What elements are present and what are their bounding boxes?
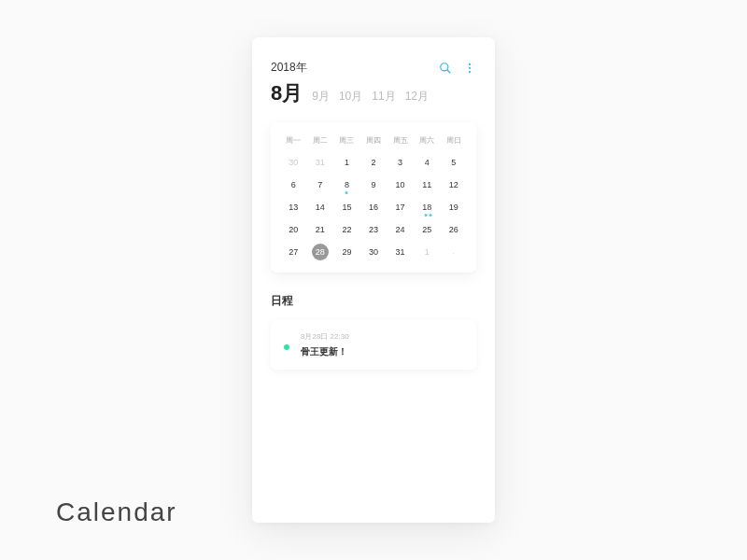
date-cell[interactable]: 27: [280, 241, 307, 263]
event-indicator-icon: [284, 344, 289, 350]
svg-point-3: [469, 66, 471, 68]
date-cell[interactable]: 26: [440, 218, 467, 241]
date-cell[interactable]: 23: [360, 218, 388, 241]
date-cell[interactable]: 18: [414, 196, 441, 218]
date-cell[interactable]: 1: [414, 241, 441, 263]
date-cell[interactable]: 24: [387, 218, 414, 241]
date-cell[interactable]: 5: [440, 151, 467, 174]
weekday-label: 周三: [333, 135, 360, 146]
date-cell[interactable]: 1: [333, 151, 360, 174]
date-cell[interactable]: 8: [333, 174, 360, 196]
month-picker: 8月 9月 10月 11月 12月: [271, 79, 476, 107]
date-cell[interactable]: 30: [280, 151, 307, 174]
date-cell[interactable]: 14: [307, 196, 334, 218]
date-cell[interactable]: 28: [312, 244, 329, 260]
date-cell[interactable]: 17: [387, 196, 414, 218]
svg-point-2: [469, 63, 471, 64]
month-option[interactable]: 9月: [312, 89, 330, 105]
svg-line-1: [447, 69, 451, 73]
weekday-label: 周四: [360, 135, 388, 146]
weekday-label: 周日: [440, 135, 467, 146]
date-cell[interactable]: 19: [440, 196, 467, 218]
event-body: 8月28日 22:30 骨王更新！: [301, 331, 463, 358]
date-cell[interactable]: 20: [280, 218, 307, 241]
date-cell[interactable]: 16: [360, 196, 388, 218]
weekday-label: 周六: [414, 135, 441, 146]
date-cell[interactable]: 11: [414, 174, 441, 196]
watermark-label: Calendar: [56, 497, 177, 527]
weekday-label: 周一: [280, 135, 307, 146]
weekday-row: 周一周二周三周四周五周六周日: [280, 135, 467, 146]
event-title: 骨王更新！: [301, 345, 463, 358]
weekday-label: 周二: [307, 135, 334, 146]
phone-frame: 2018年 8月 9月 10月 11月 12月 周一周二周三周四周五周六周日 3…: [252, 37, 495, 523]
event-time: 8月28日 22:30: [301, 331, 463, 342]
date-cell[interactable]: 7: [307, 174, 334, 196]
date-cell[interactable]: 30: [360, 241, 388, 263]
current-month[interactable]: 8月: [271, 79, 303, 107]
search-icon[interactable]: [439, 62, 452, 75]
calendar-grid: 周一周二周三周四周五周六周日 3031123456789101112131415…: [271, 122, 476, 273]
schedule-heading: 日程: [271, 293, 476, 309]
date-cell[interactable]: 31: [387, 241, 414, 263]
date-grid: 3031123456789101112131415161718192021222…: [280, 151, 467, 263]
header-actions: [439, 62, 476, 75]
date-cell[interactable]: .: [440, 241, 467, 263]
date-cell[interactable]: 13: [280, 196, 307, 218]
date-cell[interactable]: 12: [440, 174, 467, 196]
date-cell[interactable]: 22: [333, 218, 360, 241]
svg-point-4: [469, 71, 471, 73]
date-cell[interactable]: 4: [414, 151, 441, 174]
date-cell[interactable]: 21: [307, 218, 334, 241]
year-label: 2018年: [271, 60, 307, 76]
more-icon[interactable]: [463, 62, 476, 75]
date-cell[interactable]: 3: [387, 151, 414, 174]
month-option[interactable]: 10月: [339, 89, 362, 105]
date-cell[interactable]: 6: [280, 174, 307, 196]
event-card[interactable]: 8月28日 22:30 骨王更新！: [271, 320, 476, 370]
weekday-label: 周五: [387, 135, 414, 146]
header: 2018年: [271, 60, 476, 76]
svg-point-0: [441, 63, 448, 70]
date-cell[interactable]: 29: [333, 241, 360, 263]
date-cell[interactable]: 10: [387, 174, 414, 196]
date-cell[interactable]: 15: [333, 196, 360, 218]
month-option[interactable]: 11月: [372, 89, 395, 105]
date-cell[interactable]: 9: [360, 174, 388, 196]
date-cell[interactable]: 31: [307, 151, 334, 174]
date-cell[interactable]: 25: [414, 218, 441, 241]
month-option[interactable]: 12月: [405, 89, 429, 105]
date-cell[interactable]: 2: [360, 151, 388, 174]
